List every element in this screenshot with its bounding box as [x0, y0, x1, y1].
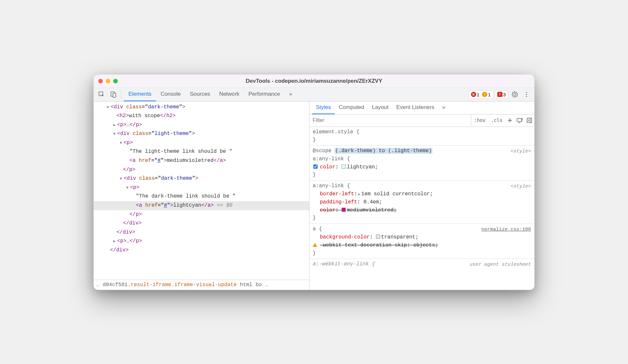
warning-count: 1 — [488, 92, 490, 97]
css-property[interactable]: color: lightcyan; — [313, 163, 531, 171]
dom-node[interactable]: </p> — [94, 165, 309, 175]
color-swatch-icon[interactable] — [342, 164, 346, 169]
main-toolbar: Elements Console Sources Network Perform… — [94, 88, 534, 102]
rule-source-link[interactable]: normalize.css:106 — [481, 226, 531, 233]
dom-node[interactable]: ▼<div class="light-theme"> — [94, 129, 309, 139]
warning-icon: ! — [482, 92, 487, 97]
tab-sources[interactable]: Sources — [185, 88, 214, 101]
dom-node[interactable]: ▼<p> — [94, 139, 309, 148]
css-rules: element.style { } <style> @scope (.dark-… — [309, 127, 534, 290]
dom-node[interactable]: <a href="#">mediumvioletred</a> — [94, 156, 309, 165]
elements-panel: ▼<div class="dark-theme"> <h2>with scope… — [94, 102, 309, 290]
error-count: 1 — [477, 92, 479, 97]
breadcrumb-item[interactable]: bo — [256, 282, 262, 288]
issues-count: 3 — [503, 92, 506, 97]
css-property[interactable]: padding-left: 0.4em; — [313, 198, 531, 206]
issues-badge[interactable]: 3 — [495, 91, 508, 99]
styles-tabs: Styles Computed Layout Event Listeners » — [309, 102, 534, 115]
filter-input[interactable] — [309, 115, 471, 126]
styles-panel: Styles Computed Layout Event Listeners »… — [309, 102, 534, 290]
breadcrumb-ellipsis[interactable]: … — [96, 282, 100, 288]
dom-node[interactable]: ▼<div class="dark-theme"> — [94, 103, 309, 112]
styles-tab-styles[interactable]: Styles — [312, 101, 335, 114]
tab-more[interactable]: » — [284, 88, 296, 101]
svg-rect-6 — [517, 118, 522, 122]
styles-tab-more[interactable]: » — [438, 101, 449, 114]
close-window-button[interactable] — [98, 79, 103, 83]
error-warning-badges[interactable]: ✕ 1 ! 1 — [468, 91, 493, 99]
rule-any-link[interactable]: <style> a:any-link { border-left:▶1em so… — [309, 181, 534, 224]
hov-button[interactable]: :hov — [471, 115, 488, 125]
warning-icon — [313, 243, 317, 247]
device-toolbar-icon[interactable] — [108, 89, 118, 100]
titlebar: DevTools - codepen.io/miriamsuzanne/pen/… — [94, 75, 534, 88]
styles-tab-layout[interactable]: Layout — [368, 101, 392, 114]
new-style-rule-icon[interactable] — [505, 117, 515, 123]
rule-source[interactable]: <style> — [511, 183, 531, 190]
breadcrumb-item[interactable]: html — [240, 282, 252, 288]
svg-rect-7 — [527, 118, 532, 123]
traffic-lights — [98, 79, 118, 83]
property-toggle[interactable] — [313, 164, 318, 169]
devtools-window: DevTools - codepen.io/miriamsuzanne/pen/… — [93, 74, 535, 290]
filter-row: :hov .cls — [309, 115, 534, 127]
color-swatch-icon[interactable] — [342, 208, 346, 212]
svg-point-4 — [526, 94, 527, 95]
dom-node[interactable]: </div> — [94, 219, 309, 228]
maximize-window-button[interactable] — [113, 79, 118, 83]
dom-node[interactable]: </div> — [94, 246, 309, 255]
svg-point-5 — [526, 96, 527, 97]
error-icon: ✕ — [471, 92, 476, 97]
rule-ua-any-link[interactable]: user agent stylesheet a:-webkit-any-link… — [309, 259, 534, 270]
dom-node[interactable]: </p> — [94, 210, 309, 219]
css-property[interactable]: background-color: transparent; — [313, 233, 531, 241]
inspect-element-icon[interactable] — [96, 89, 107, 100]
dom-tree[interactable]: ▼<div class="dark-theme"> <h2>with scope… — [94, 102, 309, 280]
color-swatch-icon[interactable] — [376, 235, 380, 239]
minimize-window-button[interactable] — [106, 79, 110, 83]
tab-performance[interactable]: Performance — [244, 88, 284, 101]
dom-node[interactable]: ▼<p> — [94, 183, 309, 192]
css-property-overridden[interactable]: color: mediumvioletred; — [313, 206, 531, 214]
settings-icon[interactable] — [510, 89, 520, 100]
rule-scope-any-link[interactable]: <style> @scope (.dark-theme) to (.light-… — [309, 146, 534, 181]
tab-elements[interactable]: Elements — [124, 88, 156, 101]
issues-icon — [497, 92, 502, 97]
styles-tab-event-listeners[interactable]: Event Listeners — [392, 101, 438, 114]
dom-node[interactable]: ▼<div class="dark-theme"> — [94, 174, 309, 183]
css-property-invalid[interactable]: -webkit-text-decoration-skip: objects; — [313, 241, 531, 249]
dom-node[interactable]: ▶<p>…</p> — [94, 121, 309, 130]
panel-tabs: Elements Console Sources Network Perform… — [124, 88, 297, 101]
main-content: ▼<div class="dark-theme"> <h2>with scope… — [94, 102, 534, 290]
breadcrumb-trail-ellipsis[interactable]: … — [265, 282, 268, 288]
svg-rect-2 — [113, 93, 116, 97]
rule-element-style[interactable]: element.style { } — [309, 127, 534, 146]
dom-node-selected[interactable]: <a href="#">lightcyan</a> == $0 — [94, 201, 309, 210]
cls-button[interactable]: .cls — [488, 115, 505, 125]
dom-text[interactable]: "The light-theme link should be " — [94, 147, 309, 156]
window-title: DevTools - codepen.io/miriamsuzanne/pen/… — [118, 78, 510, 84]
rule-source-ua: user agent stylesheet — [470, 261, 531, 268]
rendering-emulations-icon[interactable] — [515, 117, 525, 123]
rule-source[interactable]: <style> — [511, 148, 531, 155]
breadcrumb[interactable]: … d04cf581.result-iframe.iframe-visual-u… — [94, 280, 309, 290]
kebab-menu-icon[interactable] — [521, 89, 532, 100]
rule-a[interactable]: normalize.css:106 a { background-color: … — [309, 224, 534, 259]
dom-node[interactable]: </div> — [94, 228, 309, 237]
tab-network[interactable]: Network — [215, 88, 244, 101]
computed-sidebar-toggle-icon[interactable] — [525, 117, 534, 123]
dom-node[interactable]: <h2>with scope</h2> — [94, 112, 309, 121]
styles-tab-computed[interactable]: Computed — [335, 101, 368, 114]
css-property[interactable]: border-left:▶1em solid currentcolor; — [313, 190, 531, 198]
svg-point-3 — [526, 92, 527, 93]
dom-text[interactable]: "The dark-theme link should be " — [94, 192, 309, 201]
tab-console[interactable]: Console — [156, 88, 185, 101]
dom-node[interactable]: ▶<p>…</p> — [94, 237, 309, 246]
breadcrumb-item[interactable]: d04cf581.result-iframe.iframe-visual-upd… — [103, 282, 237, 288]
